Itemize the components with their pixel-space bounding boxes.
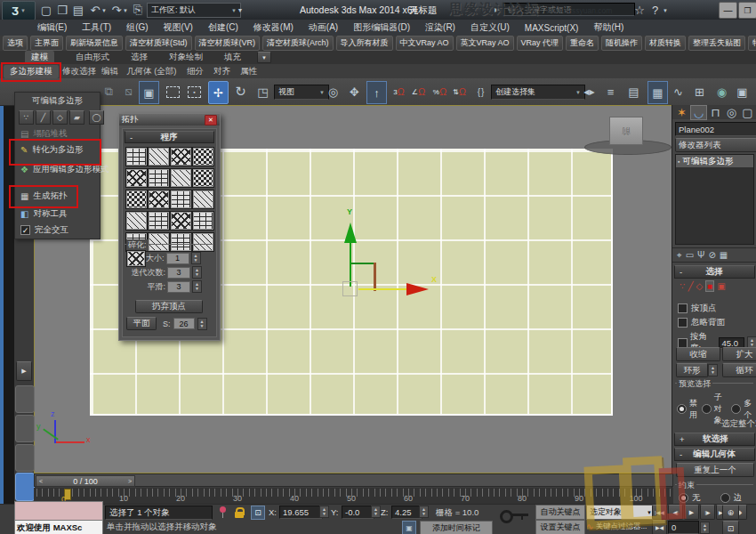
edit-named-sets-icon[interactable]: { }	[471, 81, 490, 102]
topology-pattern-button[interactable]	[170, 147, 192, 166]
preview-subobject-radio[interactable]	[702, 404, 712, 414]
y-coordinate-field[interactable]: -0.0	[342, 506, 374, 519]
topology-pattern-button[interactable]	[192, 147, 214, 166]
topology-pattern-button[interactable]	[148, 211, 170, 231]
frame-spinner[interactable]	[700, 522, 710, 534]
sel-vertex-icon[interactable]: ∵	[680, 281, 685, 291]
zoom-extents-icon[interactable]: ⊡	[722, 521, 739, 534]
smooth-field[interactable]: 3	[167, 281, 190, 293]
next-frame-button[interactable]: |▶	[700, 505, 715, 520]
size-field[interactable]: 1	[166, 253, 189, 264]
named-selection-set-dropdown[interactable]: 创建选择集 ▼	[491, 85, 585, 100]
menu-item[interactable]: 自定义(U)	[470, 21, 510, 34]
time-slider-track[interactable]: < 0 / 100 >	[34, 473, 673, 487]
script-button[interactable]: 清空材质球(Std)	[125, 36, 192, 51]
add-time-tag-button[interactable]: 添加时间标记	[420, 521, 493, 534]
menu-item[interactable]: 视图(V)	[164, 21, 193, 34]
by-angle-checkbox[interactable]	[678, 338, 688, 348]
key-filters-button[interactable]: ∿ 关键点过滤器...	[586, 520, 650, 533]
collapse-stack-item[interactable]: ▤ 塌陷堆栈	[20, 128, 67, 140]
isolate-pin-icon[interactable]	[217, 506, 226, 519]
topology-pattern-button[interactable]	[170, 168, 192, 188]
select-and-rotate-icon[interactable]: ↻	[231, 81, 250, 102]
select-and-scale-icon[interactable]: ◳	[253, 81, 272, 102]
redo-caret-icon[interactable]: ▼	[122, 5, 129, 16]
render-production-icon[interactable]: ●	[750, 81, 756, 102]
z-coordinate-field[interactable]: 4.25	[391, 506, 422, 519]
topology-pattern-button[interactable]	[125, 190, 148, 209]
script-button[interactable]: 刷新场景信息	[66, 36, 123, 51]
topology-pattern-button[interactable]	[125, 211, 148, 231]
percent-snap-icon[interactable]: %Ω	[430, 81, 449, 102]
use-pivot-center-icon[interactable]: ◎	[324, 81, 342, 102]
iterations-spinner[interactable]	[192, 266, 202, 279]
object-name-field[interactable]: Plane002	[675, 122, 756, 136]
angle-snap-icon[interactable]: ∠Ω	[409, 81, 428, 102]
play-button[interactable]: ▶	[684, 505, 699, 520]
script-button[interactable]: 中文VRay AO	[396, 36, 454, 51]
topology-pattern-button[interactable]	[170, 211, 192, 231]
convert-to-poly-item[interactable]: ✎ 转化为多边形	[20, 144, 83, 156]
fracture-pattern-button[interactable]	[126, 250, 146, 267]
restore-button[interactable]: ❐	[738, 2, 756, 19]
menu-item[interactable]: 图形编辑器(D)	[353, 21, 410, 34]
preview-disable-radio[interactable]	[677, 404, 687, 414]
rollout-collapse-icon[interactable]: -	[130, 133, 133, 142]
sel-edge-icon[interactable]: ╱	[688, 281, 693, 291]
gizmo-xy-handle-green[interactable]	[351, 263, 374, 264]
script-button[interactable]: 重命名	[566, 36, 599, 51]
shrink-button[interactable]: 收缩	[676, 347, 720, 361]
polygon-mode-icon[interactable]: ▰	[69, 110, 84, 125]
panel-tab-edit[interactable]: 编辑	[101, 66, 118, 77]
gizmo-x-axis[interactable]	[358, 288, 406, 290]
smooth-spinner[interactable]	[192, 280, 202, 293]
spinner-snap-icon[interactable]: ⇅Ω	[450, 81, 469, 102]
remove-modifier-icon[interactable]: ⊘	[708, 250, 715, 260]
gizmo-x-arrow-icon[interactable]	[406, 283, 429, 295]
curve-editor-icon[interactable]: ∿	[669, 81, 688, 102]
go-to-frame-icon[interactable]: ▶◀	[652, 520, 667, 534]
hierarchy-tab-icon[interactable]: ⊓	[708, 106, 723, 119]
new-file-icon[interactable]: ▢	[39, 3, 53, 17]
selection-rollout-header[interactable]: - 选择	[674, 265, 755, 279]
generate-topology-item[interactable]: ▦ 生成拓扑	[20, 190, 67, 202]
slider-next-icon[interactable]: >	[125, 478, 134, 484]
menu-item[interactable]: 动画(A)	[309, 21, 338, 34]
select-and-manipulate-icon[interactable]: ✥	[345, 81, 364, 102]
help-icon[interactable]: ?	[648, 3, 662, 17]
viewport-layout-tab[interactable]	[15, 415, 35, 442]
search-input[interactable]	[503, 3, 635, 16]
slider-prev-icon[interactable]: <	[36, 478, 45, 484]
apply-edit-poly-item[interactable]: ❖ 应用编辑多边形模式	[20, 164, 109, 175]
menu-item[interactable]: 帮助(H)	[593, 21, 623, 34]
stack-expand-icon[interactable]: ▪	[678, 158, 680, 165]
topology-pattern-button[interactable]	[148, 168, 170, 188]
viewcube[interactable]: 前	[609, 117, 643, 145]
gizmo-origin-square[interactable]	[342, 281, 358, 296]
s-spinner[interactable]	[197, 318, 207, 330]
undo-caret-icon[interactable]: ▼	[101, 5, 108, 16]
menu-item[interactable]: 组(G)	[126, 21, 148, 34]
edge-mode-icon[interactable]: ╱	[36, 110, 51, 125]
menu-item[interactable]: 修改器(M)	[253, 21, 294, 34]
x-coordinate-field[interactable]: 19.655	[279, 506, 323, 519]
rendered-frame-icon[interactable]: ▣	[733, 81, 752, 102]
topology-pattern-button[interactable]	[148, 147, 170, 166]
ignore-backfacing-checkbox[interactable]	[678, 318, 688, 328]
set-key-button[interactable]: 设置关键点	[535, 520, 585, 534]
full-interactive-checkbox[interactable]	[20, 225, 30, 235]
undo-icon[interactable]: ↶	[89, 3, 101, 17]
viewport-layout-tab-active[interactable]	[15, 473, 35, 501]
key-filter-target-dropdown[interactable]: 选定对象 ▼	[586, 505, 655, 520]
ring-button[interactable]: 环形	[676, 363, 708, 377]
discard-vertices-button[interactable]: 扔弃顶点	[135, 300, 203, 313]
layer-manager-icon[interactable]: ▤	[624, 81, 643, 102]
topology-pattern-button[interactable]	[148, 190, 170, 209]
selection-lock-icon[interactable]	[234, 506, 245, 519]
script-button[interactable]: VRay 代理	[517, 36, 564, 51]
viewport-layout-tab[interactable]	[15, 444, 35, 472]
window-crossing-icon[interactable]: ▪	[185, 81, 204, 102]
isolate-selection-icon[interactable]: ▣	[139, 81, 159, 104]
soft-selection-expand-icon[interactable]: +	[680, 434, 685, 444]
set-keys-icon[interactable]	[500, 508, 530, 521]
